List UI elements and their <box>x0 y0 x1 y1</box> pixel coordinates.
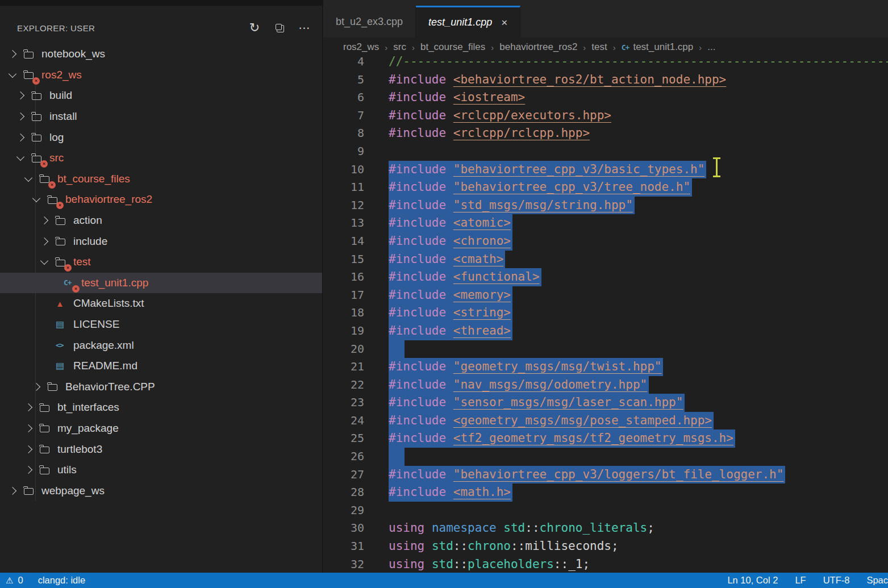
tree-item-action[interactable]: action <box>0 210 322 231</box>
problems-status[interactable]: ⚠ 0 clangd: idle <box>6 575 85 586</box>
code-line[interactable]: 27#include "behaviortree_cpp_v3/loggers/… <box>323 466 888 484</box>
code-line[interactable]: 13#include <atomic> <box>323 214 888 232</box>
tree-item-bt_course_files[interactable]: ×bt_course_files <box>0 169 322 190</box>
tab-bt_u2_ex3.cpp[interactable]: bt_u2_ex3.cpp <box>323 6 416 37</box>
code-line[interactable]: 28#include <math.h> <box>323 483 888 502</box>
chevron-right-icon[interactable] <box>24 426 40 431</box>
code-line[interactable]: 25#include <tf2_geometry_msgs/tf2_geomet… <box>323 429 888 448</box>
code-line[interactable]: 7#include <rclcpp/executors.hpp> <box>323 107 888 125</box>
code-token: <string> <box>453 306 511 319</box>
code-line[interactable]: 10#include "behaviortree_cpp_v3/basic_ty… <box>323 161 888 179</box>
selection-highlight: #include "nav_msgs/msg/odometry.hpp" <box>389 376 649 394</box>
code-token <box>446 162 453 176</box>
tree-item-bt_interfaces[interactable]: bt_interfaces <box>0 397 322 418</box>
breadcrumb-item[interactable]: src <box>393 41 406 53</box>
refresh-explorer-icon[interactable]: ↻ <box>246 19 263 36</box>
tree-item-utils[interactable]: utils <box>0 460 322 481</box>
chevron-down-icon[interactable] <box>24 177 40 181</box>
chevron-down-icon[interactable] <box>8 73 24 77</box>
chevron-right-icon[interactable] <box>40 218 56 223</box>
code-line[interactable]: 32using std::placeholders::_1; <box>323 556 888 574</box>
breadcrumb-item[interactable]: test <box>591 41 607 53</box>
breadcrumb-item[interactable]: test_unit1.cpp <box>633 41 693 53</box>
tree-item-CMakeLists.txt[interactable]: ▲CMakeLists.txt <box>0 293 322 314</box>
tree-item-package.xml[interactable]: <>package.xml <box>0 335 322 356</box>
code-line[interactable]: 18#include <string> <box>323 304 888 322</box>
chevron-right-icon[interactable] <box>32 384 48 390</box>
chevron-right-icon[interactable] <box>24 404 40 410</box>
code-line[interactable]: 19#include <thread> <box>323 322 888 340</box>
tree-item-log[interactable]: log <box>0 127 322 148</box>
tree-item-my_package[interactable]: my_package <box>0 418 322 439</box>
warning-icon: ⚠ <box>6 576 13 586</box>
tree-item-notebook_ws[interactable]: notebook_ws <box>0 44 322 65</box>
chevron-right-icon[interactable] <box>24 467 40 473</box>
chevron-right-icon[interactable] <box>16 114 32 119</box>
breadcrumb-item[interactable]: behaviortree_ros2 <box>499 41 577 53</box>
code-line[interactable]: 17#include <memory> <box>323 286 888 305</box>
tree-item-include[interactable]: include <box>0 231 322 252</box>
encoding-indicator[interactable]: UTF-8 <box>823 575 850 586</box>
chevron-right-icon[interactable] <box>40 239 56 244</box>
code-line[interactable]: 6#include <iostream> <box>323 89 888 107</box>
chevron-right-icon[interactable] <box>8 51 24 57</box>
code-line[interactable]: 22#include "nav_msgs/msg/odometry.hpp" <box>323 376 888 394</box>
chevron-down-icon[interactable] <box>16 156 32 160</box>
code-line[interactable]: 30using namespace std::chrono_literals; <box>323 519 888 537</box>
folder-icon: × <box>48 193 60 206</box>
code-token <box>424 557 432 571</box>
chevron-glyph <box>16 134 24 141</box>
chevron-right-icon[interactable] <box>16 135 32 140</box>
indentation-indicator[interactable]: Spac <box>866 575 888 586</box>
code-line[interactable]: 29 <box>323 502 888 520</box>
eol-indicator[interactable]: LF <box>795 575 806 586</box>
code-line[interactable]: 31using std::chrono::milliseconds; <box>323 537 888 556</box>
cursor-position[interactable]: Ln 10, Col 2 <box>727 575 778 586</box>
chevron-glyph <box>40 216 48 224</box>
code-line[interactable]: 14#include <chrono> <box>323 232 888 251</box>
tree-item-BehaviorTree.CPP[interactable]: BehaviorTree.CPP <box>0 377 322 398</box>
tree-item-test_unit1.cpp[interactable]: C+×test_unit1.cpp <box>0 273 322 294</box>
code-area[interactable]: 4//-------------------------------------… <box>323 53 888 573</box>
tree-item-install[interactable]: install <box>0 106 322 127</box>
code-line[interactable]: 8#include <rclcpp/rclcpp.hpp> <box>323 124 888 143</box>
line-content: #include <tf2_geometry_msgs/tf2_geometry… <box>389 429 735 448</box>
breadcrumb-item[interactable]: ... <box>707 41 715 53</box>
breadcrumb-item[interactable]: ros2_ws <box>343 41 379 53</box>
tree-item-ros2_ws[interactable]: ×ros2_ws <box>0 65 322 86</box>
code-line[interactable]: 23#include "sensor_msgs/msg/laser_scan.h… <box>323 394 888 412</box>
code-line[interactable]: 26 <box>323 448 888 466</box>
tab-test_unit1.cpp[interactable]: test_unit1.cpp× <box>416 6 520 37</box>
more-actions-icon[interactable]: ⋯ <box>296 19 313 36</box>
code-line[interactable]: 12#include "std_msgs/msg/string.hpp" <box>323 197 888 215</box>
code-line[interactable]: 21#include "geometry_msgs/msg/twist.hpp" <box>323 358 888 376</box>
chevron-right-icon[interactable] <box>16 93 32 98</box>
status-bar: ⚠ 0 clangd: idle Ln 10, Col 2 LF UTF-8 S… <box>0 573 888 588</box>
code-line[interactable]: 11#include "behaviortree_cpp_v3/tree_nod… <box>323 178 888 197</box>
code-line[interactable]: 5#include <behaviortree_ros2/bt_action_n… <box>323 71 888 89</box>
clangd-status[interactable]: clangd: idle <box>38 575 85 586</box>
chevron-right-icon[interactable] <box>8 488 24 494</box>
code-line[interactable]: 15#include <cmath> <box>323 251 888 269</box>
code-line[interactable]: 20 <box>323 340 888 358</box>
chevron-down-icon[interactable] <box>40 260 56 264</box>
tree-item-webpage_ws[interactable]: webpage_ws <box>0 480 322 501</box>
code-token <box>446 109 453 122</box>
code-line[interactable]: 4//-------------------------------------… <box>323 53 888 71</box>
collapse-folders-icon[interactable] <box>271 19 288 36</box>
tree-item-test[interactable]: ×test <box>0 252 322 273</box>
tree-item-src[interactable]: ×src <box>0 148 322 169</box>
tree-item-LICENSE[interactable]: ▤LICENSE <box>0 314 322 335</box>
tree-item-README.md[interactable]: ▤README.md <box>0 356 322 377</box>
tree-item-turtlebot3[interactable]: turtlebot3 <box>0 439 322 460</box>
chevron-right-icon[interactable] <box>24 447 40 452</box>
code-line[interactable]: 9 <box>323 143 888 161</box>
close-icon[interactable]: × <box>501 17 507 28</box>
chevron-down-icon[interactable] <box>32 198 48 201</box>
code-line[interactable]: 16#include <functional> <box>323 268 888 286</box>
tree-item-build[interactable]: build <box>0 85 322 106</box>
code-token: #include <box>389 288 446 302</box>
tree-item-behaviortree_ros2[interactable]: ×behaviortree_ros2 <box>0 189 322 210</box>
code-line[interactable]: 24#include <geometry_msgs/msg/pose_stamp… <box>323 412 888 430</box>
breadcrumb-item[interactable]: bt_course_files <box>420 41 485 53</box>
